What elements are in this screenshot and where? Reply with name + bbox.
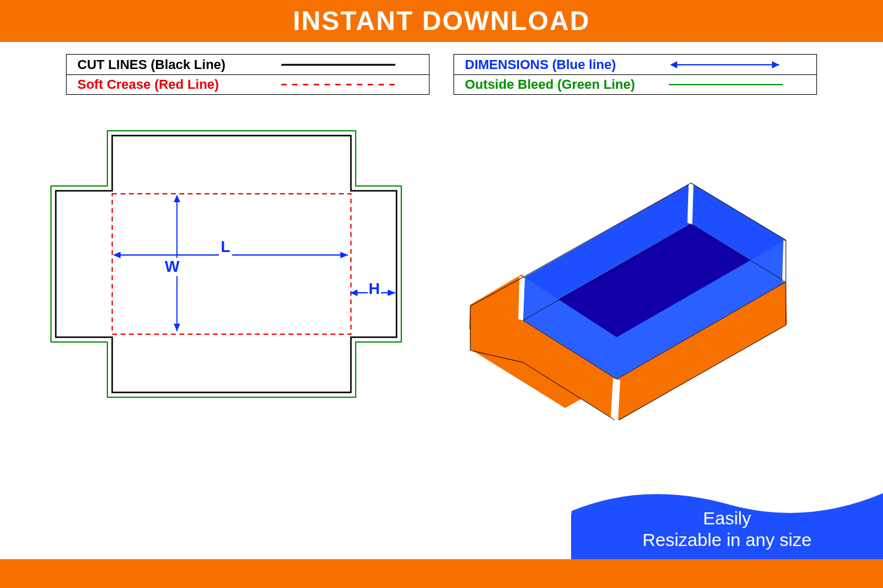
legend-label: DIMENSIONS (Blue line) [465, 57, 657, 73]
box-3d-render [444, 156, 828, 420]
legend-bleed: Outside Bleed (Green Line) [454, 74, 816, 94]
cut-line-sample [281, 56, 418, 73]
bleed-sample [669, 77, 806, 92]
svg-rect-4 [112, 194, 351, 334]
legend-cut-lines: CUT LINES (Black Line) [67, 55, 429, 74]
dimension-sample [669, 56, 806, 73]
legend-right: DIMENSIONS (Blue line) Outside Bleed (Gr… [453, 54, 817, 95]
svg-text:L: L [221, 238, 230, 256]
header-bar: INSTANT DOWNLOAD [0, 0, 883, 42]
crease-sample [281, 77, 418, 92]
header-title: INSTANT DOWNLOAD [293, 6, 590, 36]
legend-dimensions: DIMENSIONS (Blue line) [454, 55, 816, 74]
legend-label: CUT LINES (Black Line) [77, 57, 269, 73]
callout-line2: Resizable in any size [642, 529, 812, 551]
callout-line1: Easily [703, 508, 751, 529]
resizable-callout: Easily Resizable in any size [571, 487, 883, 559]
legend-left: CUT LINES (Black Line) Soft Crease (Red … [66, 54, 430, 95]
legend-label: Soft Crease (Red Line) [77, 77, 269, 92]
footer-bar [0, 559, 883, 588]
legend-soft-crease: Soft Crease (Red Line) [67, 74, 429, 94]
svg-text:H: H [369, 280, 380, 298]
legend-label: Outside Bleed (Green Line) [465, 77, 657, 92]
legend: CUT LINES (Black Line) Soft Crease (Red … [0, 42, 883, 95]
svg-text:W: W [165, 257, 180, 275]
dieline-diagram: L L W H [45, 120, 405, 414]
